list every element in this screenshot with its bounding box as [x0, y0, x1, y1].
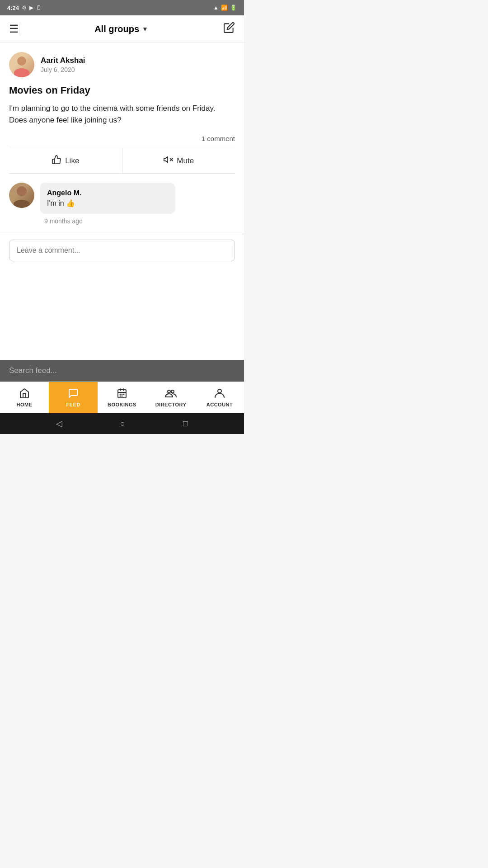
author-info: Aarit Akshai July 6, 2020 [41, 56, 85, 73]
system-nav: ◁ ○ □ [0, 413, 244, 434]
signal-icon: 📶 [221, 5, 228, 11]
post-card: Aarit Akshai July 6, 2020 Movies on Frid… [0, 43, 244, 174]
comment-text: I'm in 👍 [47, 199, 168, 208]
recents-button[interactable]: □ [183, 419, 188, 429]
search-input[interactable] [9, 366, 235, 375]
like-button[interactable]: Like [9, 148, 122, 173]
status-bar: 4:24 ⚙ ▶ 🗒 ▲ 📶 🔋 [0, 0, 244, 15]
thumbs-up-icon [52, 155, 61, 167]
comment-count[interactable]: 1 comment [9, 135, 235, 148]
svg-marker-0 [164, 157, 168, 163]
comment-avatar [9, 183, 34, 208]
nav-label-account: ACCOUNT [206, 402, 233, 407]
post-body: I'm planning to go to the cinema with so… [9, 103, 235, 126]
comment-input[interactable] [9, 240, 235, 261]
nav-item-home[interactable]: HOME [0, 382, 49, 413]
author-avatar [9, 52, 34, 77]
post-author-row: Aarit Akshai July 6, 2020 [9, 52, 235, 77]
header-title-row[interactable]: All groups ▼ [94, 24, 148, 34]
mute-label: Mute [177, 156, 194, 165]
edit-icon [223, 24, 235, 36]
svg-point-13 [171, 390, 174, 393]
home-button[interactable]: ○ [120, 419, 125, 429]
status-time: 4:24 [7, 5, 19, 11]
comment-author: Angelo M. [47, 189, 168, 197]
comment-bubble: Angelo M. I'm in 👍 [40, 183, 175, 214]
header-title-text: All groups [94, 24, 139, 34]
comments-section: Angelo M. I'm in 👍 9 months ago [0, 174, 244, 234]
memo-icon: 🗒 [36, 5, 42, 11]
nav-item-account[interactable]: ACCOUNT [195, 382, 244, 413]
hamburger-icon: ☰ [9, 23, 19, 35]
comment-timestamp: 9 months ago [44, 217, 235, 225]
post-date: July 6, 2020 [41, 66, 85, 73]
feed-icon [68, 388, 79, 401]
comment-item: Angelo M. I'm in 👍 [9, 183, 235, 214]
post-title: Movies on Friday [9, 85, 235, 96]
battery-icon: 🔋 [230, 5, 237, 11]
menu-button[interactable]: ☰ [9, 23, 19, 35]
nav-label-directory: DIRECTORY [155, 402, 187, 407]
play-icon: ▶ [29, 5, 33, 11]
back-button[interactable]: ◁ [56, 419, 62, 429]
main-content: Aarit Akshai July 6, 2020 Movies on Frid… [0, 43, 244, 360]
bottom-nav: HOME FEED BOOKINGS [0, 382, 244, 413]
author-name: Aarit Akshai [41, 56, 85, 65]
bookings-icon [117, 388, 127, 401]
app-header: ☰ All groups ▼ [0, 15, 244, 43]
svg-point-12 [168, 390, 170, 393]
nav-item-directory[interactable]: DIRECTORY [146, 382, 195, 413]
nav-item-feed[interactable]: FEED [49, 382, 98, 413]
directory-icon [165, 388, 177, 401]
mute-button[interactable]: Mute [122, 148, 235, 173]
comment-input-row [0, 234, 244, 267]
like-label: Like [65, 156, 79, 165]
svg-point-14 [218, 389, 221, 393]
chevron-down-icon: ▼ [142, 25, 148, 33]
search-bar [0, 360, 244, 382]
nav-label-feed: FEED [66, 402, 80, 407]
home-icon [19, 388, 30, 401]
nav-label-home: HOME [17, 402, 33, 407]
account-icon [215, 388, 225, 401]
nav-item-bookings[interactable]: BOOKINGS [98, 382, 146, 413]
wifi-icon: ▲ [213, 5, 219, 11]
action-bar: Like Mute [9, 148, 235, 174]
compose-button[interactable] [223, 22, 235, 36]
settings-icon: ⚙ [22, 5, 27, 11]
nav-label-bookings: BOOKINGS [108, 402, 136, 407]
mute-icon [163, 155, 173, 167]
